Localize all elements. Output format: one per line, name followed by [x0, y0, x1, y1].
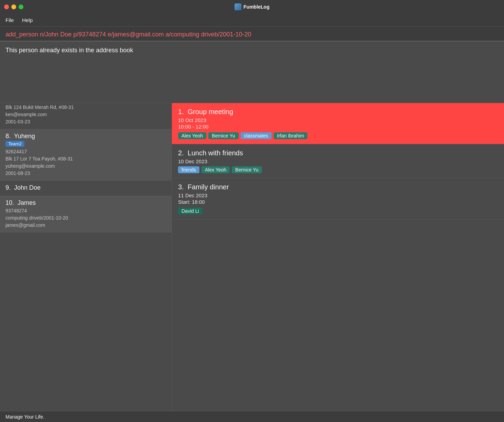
main-content: Blk 124 Bukit Merah Rd, #08-31 ken@examp…	[0, 103, 504, 411]
event-tag: friends	[178, 166, 199, 173]
command-area	[0, 27, 504, 41]
contacts-panel: Blk 124 Bukit Merah Rd, #08-31 ken@examp…	[0, 103, 172, 411]
event-date: 11 Dec 2023	[178, 192, 498, 198]
list-item[interactable]: 1. Group meeting 10 Oct 2023 10:00 - 12:…	[172, 103, 504, 144]
title-bar: FumbleLog	[0, 0, 504, 14]
contact-birthday: 2001-08-23	[6, 170, 166, 177]
menu-help[interactable]: Help	[22, 17, 33, 23]
list-item[interactable]: 2. Lunch with friends 10 Dec 2023 friend…	[172, 144, 504, 178]
event-tag: David Li	[178, 208, 202, 214]
event-tag: Alex Yeoh	[178, 132, 206, 139]
menu-bar: File Help	[0, 14, 504, 27]
output-message: This person already exists in the addres…	[6, 47, 133, 54]
contact-address: Blk 17 Lor 7 Toa Payoh, #08-31	[6, 155, 166, 163]
event-tags: Alex Yeoh Bernice Yu classmates Irfan Ib…	[178, 132, 498, 139]
event-time: Start: 18:00	[178, 199, 498, 205]
event-date: 10 Oct 2023	[178, 117, 498, 123]
events-panel: 1. Group meeting 10 Oct 2023 10:00 - 12:…	[172, 103, 504, 411]
app-icon	[234, 3, 241, 10]
app-title: FumbleLog	[234, 3, 269, 10]
traffic-lights	[4, 4, 23, 9]
contact-name: 8. Yuheng	[6, 133, 166, 140]
contact-address: computing driveb/2001-10-20	[6, 214, 166, 222]
contact-email: yuheng@example.com	[6, 163, 166, 170]
event-date: 10 Dec 2023	[178, 158, 498, 164]
event-tag: Bernice Yu	[232, 166, 262, 173]
output-area: This person already exists in the addres…	[0, 41, 504, 103]
contact-name: 10. James	[6, 199, 166, 207]
contact-phone: 93748274	[6, 207, 166, 214]
status-bar: Manage Your Life.	[0, 411, 504, 422]
event-tags: friends Alex Yeoh Bernice Yu	[178, 166, 498, 173]
contact-tag: Team2	[6, 141, 24, 147]
event-title: 2. Lunch with friends	[178, 149, 498, 157]
list-item[interactable]: 9. John Doe	[0, 181, 172, 196]
event-title: 3. Family dinner	[178, 183, 498, 191]
menu-file[interactable]: File	[6, 17, 14, 23]
contact-birthday: 2001-03-23	[6, 118, 166, 125]
event-tag: Irfan Ibrahim	[274, 132, 308, 139]
minimize-button[interactable]	[11, 4, 16, 9]
event-time: 10:00 - 12:00	[178, 124, 498, 130]
list-item[interactable]: 3. Family dinner 11 Dec 2023 Start: 18:0…	[172, 178, 504, 220]
contact-email: ken@example.com	[6, 111, 166, 118]
contact-name: 9. John Doe	[6, 184, 166, 191]
list-item[interactable]: 10. James 93748274 computing driveb/2001…	[0, 196, 172, 233]
contact-partial-info: Blk 124 Bukit Merah Rd, #08-31	[6, 104, 166, 111]
maximize-button[interactable]	[19, 4, 23, 9]
contact-email: james@gmail.com	[6, 222, 166, 229]
close-button[interactable]	[4, 4, 9, 9]
contact-phone: 92624417	[6, 148, 166, 155]
list-item[interactable]: Blk 124 Bukit Merah Rd, #08-31 ken@examp…	[0, 103, 172, 129]
list-item[interactable]: 8. Yuheng Team2 92624417 Blk 17 Lor 7 To…	[0, 129, 172, 181]
event-tag: classmates	[241, 132, 272, 139]
event-title: 1. Group meeting	[178, 108, 498, 116]
event-tag: Bernice Yu	[208, 132, 238, 139]
event-tags: David Li	[178, 208, 498, 214]
event-tag: Alex Yeoh	[201, 166, 230, 173]
status-text: Manage Your Life.	[6, 414, 44, 420]
command-input[interactable]	[6, 31, 498, 38]
